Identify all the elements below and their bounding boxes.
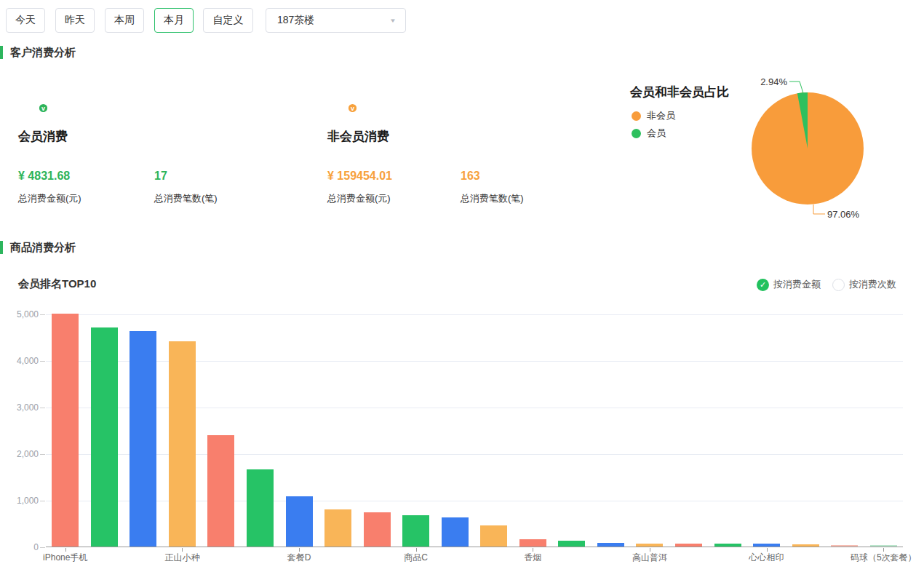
- pie-pct-label-nonmember: 97.06%: [827, 209, 859, 220]
- non-member-amount-value: ¥ 159454.01: [327, 170, 392, 183]
- bar: [402, 515, 429, 547]
- member-amount-label: 总消费金额(元): [18, 192, 81, 205]
- bar: [792, 544, 819, 547]
- y-axis-tick-mark: [40, 408, 45, 408]
- section-product-header: 商品消费分析: [0, 241, 76, 254]
- bar-chart-title: 会员排名TOP10: [18, 277, 96, 291]
- radio-by-amount[interactable]: ✓ 按消费金额: [757, 278, 821, 291]
- bar: [519, 539, 546, 547]
- x-axis-category-label: 正山小种: [131, 552, 233, 564]
- non-member-amount-label: 总消费金额(元): [327, 192, 391, 205]
- pie-leader-line-member: [789, 82, 803, 93]
- x-axis-category-label: 码球（5次套餐）: [832, 552, 924, 564]
- pie-leader-line-nonmember: [813, 204, 825, 214]
- member-card-icon: v: [20, 85, 56, 122]
- bar: [207, 435, 234, 547]
- date-button-yesterday[interactable]: 昨天: [55, 8, 95, 33]
- y-axis-tick-label: 4,000: [0, 356, 39, 366]
- x-axis-category-label: 套餐D: [248, 552, 350, 564]
- radio-by-count-label: 按消费次数: [849, 278, 896, 291]
- bar: [714, 544, 741, 547]
- date-button-today[interactable]: 今天: [6, 8, 45, 33]
- non-member-card-icon: v: [329, 85, 365, 122]
- svg-text:v: v: [351, 105, 354, 112]
- bar: [169, 341, 196, 547]
- bar: [597, 543, 624, 547]
- sort-radio-group: ✓ 按消费金额 按消费次数: [757, 278, 896, 291]
- section-accent-bar: [0, 241, 3, 254]
- section-customer-header: 客户消费分析: [0, 46, 76, 59]
- y-axis-tick-mark: [40, 314, 45, 315]
- pie-chart: [626, 69, 924, 229]
- svg-text:v: v: [41, 105, 45, 112]
- radio-by-amount-label: 按消费金额: [773, 278, 821, 291]
- bar: [753, 544, 780, 547]
- radio-by-count[interactable]: 按消费次数: [832, 278, 896, 291]
- x-axis-category-label: 心心相印: [716, 552, 818, 564]
- y-axis-tick-label: 2,000: [0, 449, 39, 459]
- store-select-value: 187茶楼: [277, 14, 314, 27]
- bar: [52, 314, 79, 547]
- bar: [558, 541, 585, 547]
- gridline: [46, 314, 903, 315]
- pie-pct-label-member: 2.94%: [757, 76, 787, 87]
- bar: [130, 331, 156, 547]
- radio-checked-icon: ✓: [757, 279, 769, 291]
- bar: [364, 512, 391, 547]
- bar: [675, 544, 702, 547]
- date-button-this-week[interactable]: 本周: [105, 8, 144, 33]
- y-axis-tick-label: 3,000: [0, 402, 39, 413]
- member-amount-value: ¥ 4831.68: [18, 170, 70, 183]
- section-customer-title: 客户消费分析: [10, 46, 76, 60]
- member-count-value: 17: [154, 170, 167, 183]
- member-card-title: 会员消费: [18, 128, 68, 145]
- member-count-label: 总消费笔数(笔): [154, 192, 218, 205]
- member-avatar-v-icon: v: [329, 85, 365, 122]
- y-axis-tick-mark: [40, 547, 45, 548]
- x-axis-category-label: 高山普洱: [599, 552, 701, 564]
- y-axis-tick-mark: [40, 501, 45, 501]
- section-accent-bar: [0, 46, 3, 59]
- non-member-card-title: 非会员消费: [327, 128, 389, 145]
- date-button-this-month[interactable]: 本月: [154, 8, 194, 33]
- section-product-title: 商品消费分析: [10, 241, 76, 255]
- non-member-count-label: 总消费笔数(笔): [461, 192, 524, 205]
- x-axis-category-label: 商品C: [365, 552, 467, 564]
- bar: [480, 525, 507, 547]
- member-avatar-v-icon: v: [20, 85, 56, 122]
- y-axis-tick-label: 5,000: [0, 309, 39, 319]
- store-select[interactable]: 187茶楼 ▼: [266, 8, 406, 33]
- bar: [247, 469, 274, 547]
- chevron-down-icon: ▼: [389, 17, 397, 24]
- bar-plot: [46, 314, 903, 547]
- bar: [286, 496, 313, 547]
- y-axis-tick-mark: [40, 361, 45, 362]
- bar: [91, 327, 118, 547]
- y-axis-tick-label: 1,000: [0, 496, 39, 506]
- bar: [324, 509, 351, 547]
- bar: [870, 545, 897, 547]
- bar: [442, 517, 469, 547]
- dashboard: 今天 昨天 本周 本月 自定义 187茶楼 ▼ 客户消费分析 v 会员消费 ¥ …: [0, 0, 924, 572]
- x-axis-category-label: iPhone手机: [15, 552, 116, 564]
- non-member-count-value: 163: [461, 170, 480, 183]
- y-axis-tick-label: 0: [0, 542, 39, 552]
- date-button-custom[interactable]: 自定义: [203, 8, 253, 33]
- bar: [636, 544, 663, 547]
- bar: [831, 545, 858, 547]
- y-axis-tick-mark: [40, 454, 45, 455]
- radio-unchecked-icon: [832, 279, 845, 291]
- x-axis-category-label: 香烟: [482, 552, 584, 564]
